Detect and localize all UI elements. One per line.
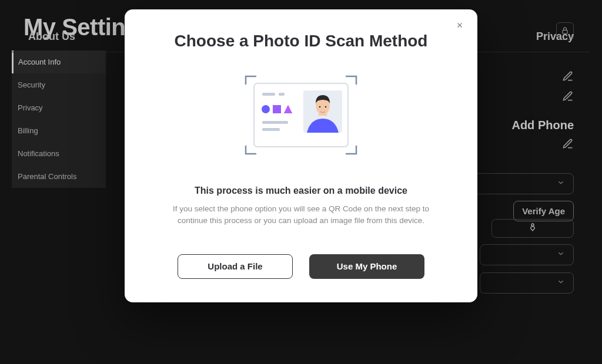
svg-point-7 <box>262 105 270 113</box>
button-label: Use My Phone <box>337 261 397 271</box>
svg-rect-6 <box>279 93 285 96</box>
close-button[interactable] <box>453 19 467 33</box>
button-label: Upload a File <box>208 261 262 271</box>
svg-point-15 <box>325 106 327 108</box>
modal-title: Choose a Photo ID Scan Method <box>154 32 448 50</box>
id-scan-modal: Choose a Photo ID Scan Method <box>125 9 477 302</box>
svg-rect-12 <box>262 128 280 131</box>
svg-point-14 <box>319 106 321 108</box>
svg-rect-8 <box>273 105 281 113</box>
modal-backdrop: Choose a Photo ID Scan Method <box>0 0 602 364</box>
svg-rect-5 <box>262 93 275 96</box>
modal-actions: Upload a File Use My Phone <box>154 254 448 279</box>
upload-file-button[interactable]: Upload a File <box>178 254 293 279</box>
svg-rect-11 <box>262 121 288 124</box>
modal-subtitle: This process is much easier on a mobile … <box>154 186 448 196</box>
use-my-phone-button[interactable]: Use My Phone <box>309 254 424 279</box>
modal-body-text: If you select the phone option you will … <box>154 203 448 227</box>
id-card-illustration <box>154 74 448 156</box>
close-icon <box>456 20 464 32</box>
